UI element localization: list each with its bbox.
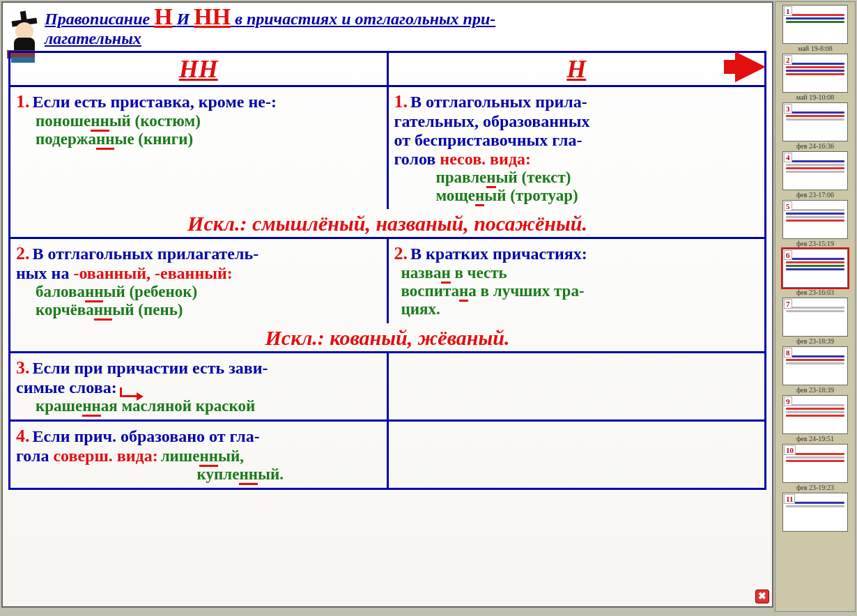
example-text: ый (костюм) bbox=[109, 112, 201, 130]
thumbnail-9[interactable]: 9фев 24-19:51 bbox=[780, 395, 851, 442]
example-text: лише bbox=[161, 447, 200, 465]
rule-text: Если при причастии есть зави- bbox=[33, 359, 268, 377]
rule-text: от бесприставочных гла- bbox=[394, 131, 582, 149]
rule-num: 2. bbox=[16, 243, 30, 263]
thumbnail-7[interactable]: 7фев 23-18:39 bbox=[780, 298, 851, 345]
rule-text: ных на bbox=[16, 264, 73, 282]
example-text: ые (книги) bbox=[114, 130, 193, 148]
thumbnail-label: фев 23-17:06 bbox=[780, 191, 851, 199]
example-text: в честь bbox=[451, 264, 507, 282]
thumbnail-1[interactable]: 1май 19-8:08 bbox=[780, 5, 851, 52]
cell-n-4-empty bbox=[389, 422, 765, 488]
rule-row-2: 2. В отглагольных прилагатель- ных на -о… bbox=[10, 239, 764, 353]
thumbnail-2[interactable]: 2май 19-10:08 bbox=[780, 54, 851, 101]
title-text-3: лагательных bbox=[45, 29, 141, 47]
example-underline: нн bbox=[239, 465, 258, 485]
example-text: ый (тротуар) bbox=[484, 187, 578, 204]
title-h1: Н bbox=[154, 3, 172, 29]
rule-text: голов bbox=[394, 150, 440, 168]
rule-text: В отглагольных прилагатель- bbox=[33, 245, 259, 263]
dependency-arrow-icon bbox=[120, 387, 141, 397]
thumbnail-4[interactable]: 4фев 23-17:06 bbox=[780, 151, 851, 199]
rule-row-1: 1. Если есть приставка, кроме не-: понош… bbox=[10, 87, 764, 239]
example-underline: нн bbox=[96, 130, 115, 150]
rule-text: В кратких причастиях: bbox=[410, 245, 587, 263]
rule-highlight: соверш. вида: bbox=[53, 447, 157, 465]
thumbnail-5[interactable]: 5фев 23-15:19 bbox=[780, 200, 851, 247]
cell-n-2: 2. В кратких причастиях: назван в честь … bbox=[389, 239, 765, 323]
example-underline: н bbox=[459, 282, 468, 302]
rules-table: НН Н 1. Если есть приставка, кроме не-: … bbox=[8, 51, 766, 490]
thumbnail-10[interactable]: 10фев 23-19:23 bbox=[780, 444, 851, 491]
thumbnail-label: май 19-10:08 bbox=[780, 93, 851, 101]
example-underline: нн bbox=[85, 283, 104, 302]
thumbnail-label: фев 23-15:19 bbox=[780, 240, 851, 247]
example-underline: нн bbox=[199, 447, 218, 467]
thumbnail-6[interactable]: 6фев 23-16:03 bbox=[780, 249, 851, 296]
example-text: моще bbox=[436, 187, 476, 204]
col-header-n: Н bbox=[389, 53, 765, 85]
example-text: корчёва bbox=[36, 301, 94, 318]
example-underline: нн bbox=[91, 112, 109, 132]
rule-text: Если прич. образовано от гла- bbox=[33, 427, 260, 445]
rule-text: Если есть приставка, кроме не-: bbox=[33, 93, 277, 111]
cell-nn-2: 2. В отглагольных прилагатель- ных на -о… bbox=[10, 239, 389, 323]
example-text: краше bbox=[36, 397, 82, 415]
thumbnail-label: май 19-8:08 bbox=[780, 45, 851, 52]
example-text: подержа bbox=[36, 130, 96, 148]
thumbnail-label: фев 23-18:39 bbox=[780, 337, 851, 345]
thumbnail-panel[interactable]: 1май 19-8:082май 19-10:083фев 24-16:364ф… bbox=[775, 1, 856, 612]
example-text: ый. bbox=[258, 465, 284, 483]
thumbnail-8[interactable]: 8фев 23-18:39 bbox=[780, 346, 851, 394]
example-text: ая масляной краской bbox=[101, 397, 255, 415]
example-underline: нн bbox=[94, 301, 113, 321]
rule-text: гола bbox=[16, 447, 53, 465]
rule-num: 4. bbox=[16, 426, 30, 446]
thumbnail-label: фев 23-16:03 bbox=[780, 288, 851, 296]
example-underline: н bbox=[486, 169, 495, 188]
example-text: воспита bbox=[401, 282, 460, 300]
thumbnail-label: фев 24-19:51 bbox=[780, 435, 851, 442]
rule-num: 3. bbox=[16, 357, 30, 378]
rule-row-4: 4. Если прич. образовано от гла- гола со… bbox=[10, 422, 764, 488]
example-text: купле bbox=[197, 465, 240, 483]
thumbnail-label: фев 23-18:39 bbox=[780, 386, 851, 394]
example-text: правле bbox=[436, 169, 487, 186]
cell-n-1: 1. В отглагольных прила- гательных, обра… bbox=[389, 87, 765, 209]
example-text: ый (ребенок) bbox=[103, 283, 197, 300]
example-text: ый (текст) bbox=[496, 169, 571, 186]
rule-text: гательных, образованных bbox=[394, 112, 590, 130]
cell-nn-4: 4. Если прич. образовано от гла- гола со… bbox=[10, 422, 389, 488]
rule-text: симые слова: bbox=[16, 378, 117, 396]
example-text: балова bbox=[36, 283, 85, 300]
thumbnail-label: фев 23-19:23 bbox=[780, 484, 851, 491]
example-text: ый (пень) bbox=[112, 301, 183, 318]
table-header: НН Н bbox=[10, 53, 764, 87]
thumbnail-11[interactable]: 11 bbox=[780, 493, 851, 532]
example-underline: н bbox=[475, 187, 484, 206]
rule-highlight: несов. вида: bbox=[440, 150, 531, 168]
cell-nn-1: 1. Если есть приставка, кроме не-: понош… bbox=[10, 87, 389, 209]
thumbnail-3[interactable]: 3фев 24-16:36 bbox=[780, 102, 851, 150]
rule-num: 2. bbox=[394, 243, 408, 263]
exception-2: Искл.: кованый, жёваный. bbox=[10, 323, 764, 351]
title-text-1: Правописание bbox=[45, 10, 154, 28]
example-text: циях. bbox=[401, 300, 440, 318]
example-text: поноше bbox=[36, 112, 91, 130]
main-slide: Правописание Н И НН в причастиях и отгла… bbox=[1, 1, 773, 608]
example-text: назва bbox=[401, 264, 442, 282]
thumbnail-label: фев 24-16:36 bbox=[780, 142, 851, 150]
title-h2: НН bbox=[194, 3, 231, 29]
cell-n-3-empty bbox=[389, 353, 765, 419]
title-text-2: в причастиях и отглагольных при- bbox=[235, 10, 495, 28]
title-mid: И bbox=[177, 10, 194, 28]
close-button[interactable]: ✖ bbox=[755, 590, 769, 603]
rule-num: 1. bbox=[16, 91, 30, 111]
example-text: а в лучших тра- bbox=[468, 282, 584, 300]
col-header-nn: НН bbox=[10, 53, 389, 85]
rule-num: 1. bbox=[394, 91, 408, 111]
slide-title: Правописание Н И НН в причастиях и отгла… bbox=[3, 3, 772, 51]
rule-row-3: 3. Если при причастии есть зави- симые с… bbox=[10, 353, 764, 422]
rule-text: В отглагольных прила- bbox=[410, 93, 587, 111]
example-underline: н bbox=[441, 264, 450, 284]
